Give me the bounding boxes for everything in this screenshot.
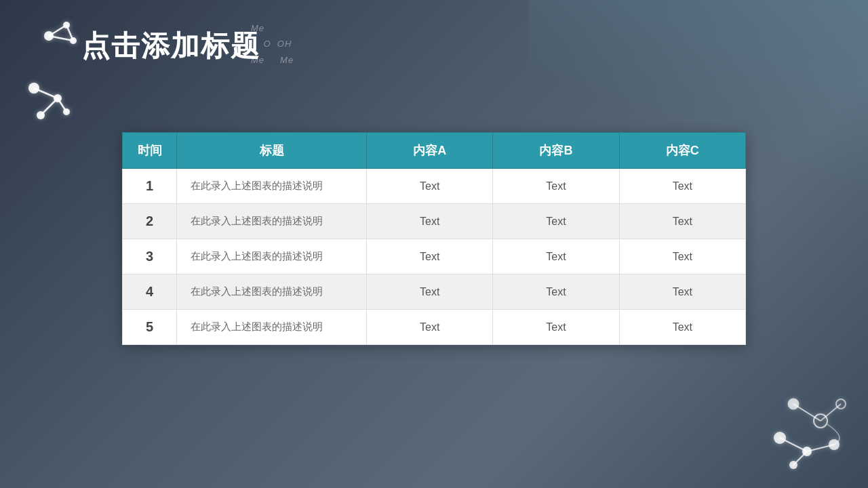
data-table-container: 时间 标题 内容A 内容B 内容C 1在此录入上述图表的描述说明TextText… [122,132,746,345]
row-col-b[interactable]: Text [493,204,619,239]
row-number: 1 [123,169,177,204]
svg-line-24 [793,451,807,465]
svg-line-12 [58,98,66,112]
row-description[interactable]: 在此录入上述图表的描述说明 [177,274,367,310]
row-col-c[interactable]: Text [619,274,745,310]
molecule-decoration-bottom-right [760,384,848,474]
svg-line-4 [66,25,73,41]
col-header-c: 内容C [619,133,745,169]
row-col-c[interactable]: Text [619,169,745,204]
row-description[interactable]: 在此录入上述图表的描述说明 [177,239,367,274]
row-description[interactable]: 在此录入上述图表的描述说明 [177,169,367,204]
table-row[interactable]: 2在此录入上述图表的描述说明TextTextText [123,204,746,239]
row-col-a[interactable]: Text [367,204,493,239]
row-col-a[interactable]: Text [367,310,493,345]
row-col-c[interactable]: Text [619,310,745,345]
row-number: 2 [123,204,177,239]
table-row[interactable]: 3在此录入上述图表的描述说明TextTextText [123,239,746,274]
row-col-a[interactable]: Text [367,239,493,274]
table-row[interactable]: 5在此录入上述图表的描述说明TextTextText [123,310,746,345]
table-row[interactable]: 1在此录入上述图表的描述说明TextTextText [123,169,746,204]
row-description[interactable]: 在此录入上述图表的描述说明 [177,204,367,239]
col-header-time: 时间 [123,133,177,169]
svg-line-20 [793,404,821,421]
row-number: 4 [123,274,177,310]
svg-line-3 [49,25,66,36]
row-col-a[interactable]: Text [367,274,493,310]
svg-line-22 [780,438,807,451]
svg-line-11 [41,98,58,115]
page-title[interactable]: 点击添加标题 [81,27,260,65]
svg-line-10 [34,88,58,98]
row-col-b[interactable]: Text [493,239,619,274]
svg-line-21 [821,404,841,421]
row-col-b[interactable]: Text [493,274,619,310]
col-header-title: 标题 [177,133,367,169]
row-number: 3 [123,239,177,274]
table-header-row: 时间 标题 内容A 内容B 内容C [123,133,746,169]
row-col-b[interactable]: Text [493,310,619,345]
table-row[interactable]: 4在此录入上述图表的描述说明TextTextText [123,274,746,310]
row-description[interactable]: 在此录入上述图表的描述说明 [177,310,367,345]
row-col-a[interactable]: Text [367,169,493,204]
row-col-c[interactable]: Text [619,239,745,274]
col-header-a: 内容A [367,133,493,169]
row-number: 5 [123,310,177,345]
data-table: 时间 标题 内容A 内容B 内容C 1在此录入上述图表的描述说明TextText… [122,132,746,345]
col-header-b: 内容B [493,133,619,169]
row-col-c[interactable]: Text [619,204,745,239]
row-col-b[interactable]: Text [493,169,619,204]
